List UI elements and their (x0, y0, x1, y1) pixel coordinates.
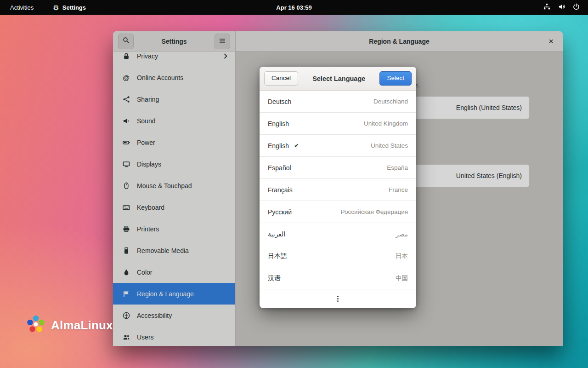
language-option-english-us[interactable]: English ✔ United States (260, 135, 416, 157)
app-menu-label: Settings (62, 4, 86, 11)
more-languages-button[interactable] (260, 289, 416, 308)
language-name: Русский (268, 208, 292, 216)
select-button[interactable]: Select (379, 71, 412, 85)
checkmark-icon: ✔ (294, 142, 299, 149)
gear-icon: ⚙ (53, 4, 59, 11)
vertical-ellipsis-icon (337, 295, 339, 303)
language-option-arabic[interactable]: العربية مصر (260, 223, 416, 245)
language-option-chinese[interactable]: 汉语 中国 (260, 267, 416, 289)
language-name: English (268, 120, 289, 127)
language-option-deutsch[interactable]: Deutsch Deutschland (260, 91, 416, 113)
language-name-text: English (268, 142, 289, 150)
select-language-dialog: Cancel Select Language Select Deutsch De… (260, 67, 416, 308)
cancel-button[interactable]: Cancel (264, 71, 298, 85)
language-name: 日本語 (268, 252, 287, 260)
language-region: مصر (396, 230, 408, 238)
language-region: 日本 (396, 252, 408, 260)
language-region: 中国 (396, 274, 408, 282)
top-bar: Activities ⚙ Settings Apr 16 03:59 (0, 0, 588, 15)
clock-button[interactable]: Apr 16 03:59 (273, 0, 314, 15)
power-icon (573, 3, 580, 12)
dialog-headerbar: Cancel Select Language Select (260, 67, 416, 91)
language-name: Français (268, 186, 293, 194)
language-region: Российская Федерация (341, 208, 408, 215)
distro-name: AlmaLinux (51, 318, 113, 333)
language-name: Español (268, 164, 291, 172)
system-status-area[interactable] (543, 3, 588, 12)
clock-label: Apr 16 03:59 (276, 4, 311, 11)
activities-label: Activities (10, 4, 34, 11)
volume-icon (558, 3, 565, 12)
dialog-title: Select Language (312, 75, 365, 82)
language-option-japanese[interactable]: 日本語 日本 (260, 245, 416, 267)
language-name: 汉语 (268, 274, 281, 282)
distro-branding: AlmaLinux (26, 315, 113, 336)
language-name: Deutsch (268, 98, 291, 105)
activities-button[interactable]: Activities (7, 0, 36, 15)
almalinux-logo-icon (26, 315, 46, 336)
app-menu-button[interactable]: ⚙ Settings (50, 0, 89, 15)
language-name: English ✔ (268, 142, 299, 150)
language-region: France (389, 186, 408, 193)
language-option-francais[interactable]: Français France (260, 179, 416, 201)
network-icon (543, 3, 550, 12)
language-region: España (387, 164, 408, 171)
language-region: United States (371, 142, 408, 149)
language-option-russian[interactable]: Русский Российская Федерация (260, 201, 416, 223)
language-option-english-uk[interactable]: English United Kingdom (260, 113, 416, 135)
language-option-espanol[interactable]: Español España (260, 157, 416, 179)
language-region: Deutschland (373, 98, 408, 105)
language-region: United Kingdom (364, 120, 408, 127)
language-name: العربية (268, 230, 285, 238)
settings-window: Settings Region & Language × Privacy (113, 31, 563, 346)
